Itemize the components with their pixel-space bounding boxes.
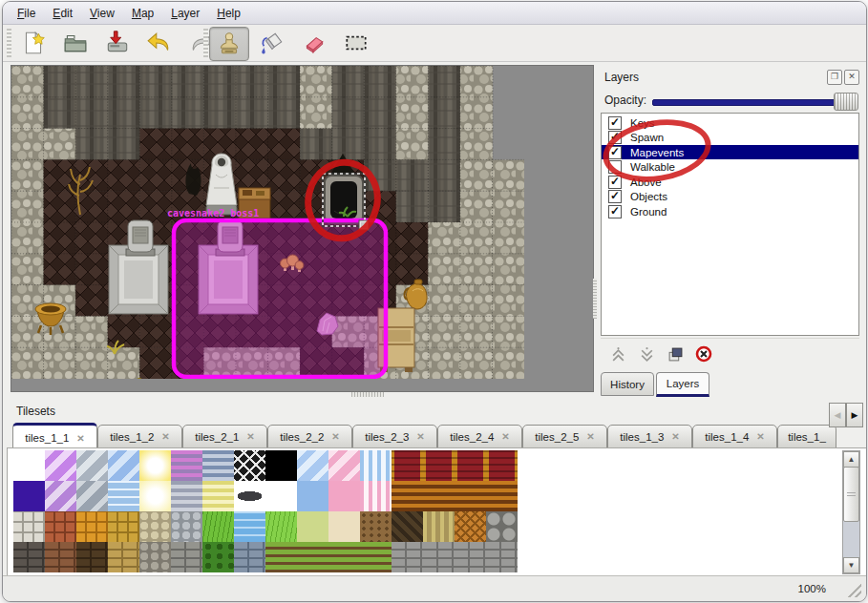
tileset-tile[interactable] (423, 511, 455, 542)
open-button[interactable] (56, 27, 95, 59)
layer-checkbox-spawn[interactable]: ✓ (608, 131, 622, 144)
tileset-tile[interactable] (234, 450, 265, 481)
tileset-tile[interactable] (360, 450, 392, 481)
tileset-tile[interactable] (202, 511, 234, 542)
select-tool-button[interactable] (337, 27, 375, 59)
tileset-tile[interactable] (171, 511, 202, 542)
tileset-tab-tiles_1[interactable]: tiles_1_ (777, 425, 836, 448)
tileset-tile[interactable] (45, 511, 76, 542)
tileset-tile[interactable] (234, 542, 265, 572)
layer-row-objects[interactable]: ✓Objects (602, 190, 858, 204)
tileset-tile[interactable] (328, 542, 360, 572)
tileset-tile[interactable] (234, 481, 265, 511)
duplicate-layer-button[interactable] (664, 343, 687, 364)
tileset-tile[interactable] (392, 450, 423, 481)
tileset-tile[interactable] (76, 481, 108, 511)
menu-file[interactable]: File (9, 4, 44, 23)
tileset-scrollbar[interactable]: ▲ ▼ (842, 450, 860, 574)
scroll-down-icon[interactable]: ▼ (843, 557, 859, 573)
tileset-tile[interactable] (108, 450, 139, 481)
tileset-tile[interactable] (265, 511, 297, 542)
tileset-tile[interactable] (455, 511, 486, 542)
layer-row-ground[interactable]: ✓Ground (602, 204, 858, 218)
tileset-tile[interactable] (13, 450, 45, 481)
layer-checkbox-keys[interactable]: ✓ (608, 116, 622, 130)
scroll-tabs-right-icon[interactable]: ▶ (846, 403, 863, 427)
menu-edit[interactable]: Edit (44, 4, 81, 23)
tileset-tile[interactable] (297, 481, 328, 511)
fill-tool-button[interactable] (253, 27, 291, 59)
menu-view[interactable]: View (81, 4, 123, 23)
layer-checkbox-walkable[interactable] (608, 160, 622, 174)
tileset-tab-tiles_2_2[interactable]: tiles_2_2✕ (267, 425, 352, 448)
tileset-tile[interactable] (328, 511, 360, 542)
tileset-tab-tiles_1_2[interactable]: tiles_1_2✕ (97, 425, 182, 448)
close-tab-icon[interactable]: ✕ (161, 431, 169, 442)
save-button[interactable] (98, 27, 137, 59)
opacity-slider-track[interactable] (652, 99, 853, 106)
tileset-tile[interactable] (45, 542, 76, 572)
tileset-tile[interactable] (486, 511, 518, 542)
tileset-tile[interactable] (297, 450, 328, 481)
tileset-tile[interactable] (139, 511, 171, 542)
layer-checkbox-mapevents[interactable]: ✓ (608, 146, 622, 159)
tileset-tile[interactable] (392, 511, 423, 542)
layer-row-above[interactable]: ✓Above (602, 175, 858, 189)
tileset-tile[interactable] (139, 542, 171, 572)
tileset-tile[interactable] (202, 481, 234, 511)
tileset-tile[interactable] (360, 542, 392, 572)
delete-layer-button[interactable] (692, 343, 715, 364)
close-tab-icon[interactable]: ✕ (416, 431, 424, 442)
map-canvas[interactable]: cavesnake2_boss1 (11, 65, 594, 392)
tileset-tile[interactable] (13, 542, 45, 572)
toolbar-drag-handle[interactable] (7, 29, 11, 57)
tileset-tile[interactable] (171, 542, 202, 572)
close-tab-icon[interactable]: ✕ (76, 433, 84, 444)
tileset-tile[interactable] (328, 450, 360, 481)
tileset-tile[interactable] (360, 481, 392, 511)
new-file-button[interactable] (14, 27, 53, 59)
tileset-tile[interactable] (171, 450, 202, 481)
tileset-tile[interactable] (76, 450, 108, 481)
close-tab-icon[interactable]: ✕ (246, 431, 254, 442)
tileset-tile[interactable] (202, 450, 234, 481)
tileset-tile[interactable] (297, 542, 328, 572)
tileset-tile[interactable] (139, 450, 171, 481)
close-tab-icon[interactable]: ✕ (331, 431, 339, 442)
tileset-tab-tiles_1_1[interactable]: tiles_1_1✕ (12, 423, 97, 448)
close-tab-icon[interactable]: ✕ (586, 431, 594, 442)
menu-layer[interactable]: Layer (162, 4, 208, 23)
tileset-tile[interactable] (202, 542, 234, 572)
scroll-up-icon[interactable]: ▲ (843, 451, 859, 468)
tileset-tile[interactable] (423, 542, 455, 572)
tileset-tile[interactable] (45, 450, 76, 481)
tileset-tile[interactable] (423, 450, 455, 481)
tileset-tile[interactable] (455, 450, 486, 481)
tileset-tile[interactable] (328, 481, 360, 511)
event-region-overlay[interactable] (174, 220, 386, 377)
tileset-tab-tiles_1_3[interactable]: tiles_1_3✕ (607, 425, 692, 448)
raise-layer-button[interactable] (606, 343, 629, 364)
tileset-tile[interactable] (486, 542, 518, 572)
tileset-tile[interactable] (265, 450, 297, 481)
tileset-tile[interactable] (45, 481, 76, 511)
tileset-tile[interactable] (234, 511, 265, 542)
tileset-tab-tiles_2_1[interactable]: tiles_2_1✕ (182, 425, 267, 448)
tileset-tile[interactable] (13, 481, 45, 511)
tileset-tile[interactable] (392, 542, 423, 572)
resize-grip[interactable] (844, 580, 861, 597)
tileset-tile[interactable] (171, 481, 202, 511)
float-panel-icon[interactable]: ❐ (827, 70, 842, 85)
tileset-tile[interactable] (13, 511, 45, 542)
tileset-tile[interactable] (360, 511, 392, 542)
undo-button[interactable] (140, 27, 179, 59)
tileset-tile[interactable] (76, 542, 108, 572)
layer-checkbox-above[interactable]: ✓ (608, 176, 622, 189)
close-tab-icon[interactable]: ✕ (671, 431, 679, 442)
opacity-slider-handle[interactable] (834, 93, 858, 111)
panel-tab-layers[interactable]: Layers (656, 372, 709, 397)
tileset-tile[interactable] (265, 542, 297, 572)
scrollbar-thumb[interactable] (843, 467, 859, 522)
menu-map[interactable]: Map (123, 4, 162, 23)
tileset-tile[interactable] (486, 450, 518, 481)
